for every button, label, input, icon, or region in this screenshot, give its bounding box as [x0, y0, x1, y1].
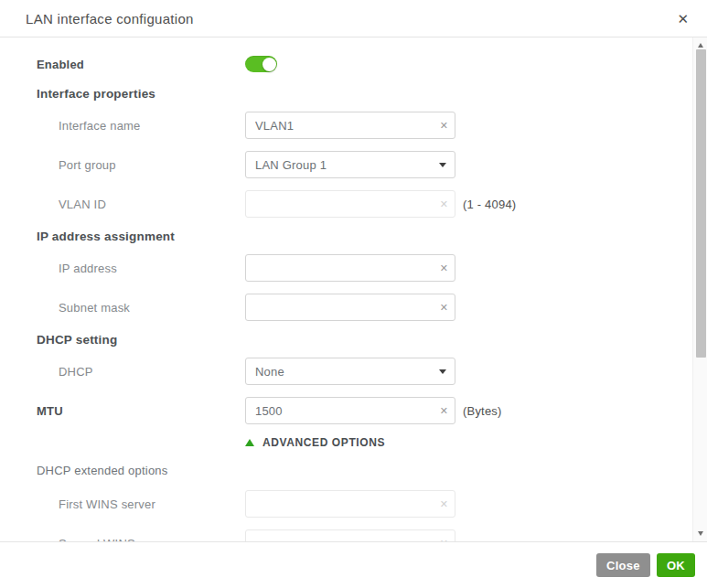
enabled-toggle[interactable] — [245, 56, 277, 72]
subnet-mask-field-wrap: ✕ — [245, 294, 455, 321]
clear-icon[interactable]: ✕ — [440, 406, 448, 416]
ip-address-input[interactable] — [245, 254, 455, 282]
clear-icon[interactable]: ✕ — [440, 499, 448, 509]
first-wins-server-label: First WINS server — [37, 497, 245, 511]
scrollbar[interactable] — [692, 37, 707, 541]
port-group-select[interactable]: LAN Group 1 — [245, 151, 455, 178]
interface-name-input[interactable] — [245, 112, 455, 139]
ip-address-label: IP address — [37, 262, 245, 275]
vlan-id-hint: (1 - 4094) — [463, 198, 516, 211]
clear-icon[interactable]: ✕ — [440, 303, 448, 313]
advanced-options-toggle[interactable]: ADVANCED OPTIONS — [245, 436, 652, 449]
first-wins-server-input[interactable] — [245, 490, 455, 518]
arrow-up-icon — [698, 43, 703, 48]
chevron-down-icon — [439, 163, 446, 167]
dialog-title: LAN interface configuation — [26, 11, 671, 27]
scroll-down-button[interactable] — [693, 528, 707, 540]
dhcp-label: DHCP — [37, 365, 245, 379]
enabled-label: Enabled — [37, 58, 245, 71]
clear-icon[interactable]: ✕ — [440, 199, 448, 209]
mtu-hint: (Bytes) — [463, 404, 502, 418]
section-dhcp-setting: DHCP setting — [37, 333, 652, 347]
arrow-down-icon — [698, 531, 703, 536]
row-interface-name: Interface name✕ — [37, 112, 652, 139]
row-enabled: Enabled — [37, 50, 652, 78]
port-group-label: Port group — [37, 158, 245, 172]
row-subnet-mask: Subnet mask✕ — [37, 294, 652, 321]
row-mtu: MTU✕(Bytes) — [37, 397, 652, 424]
vlan-id-input[interactable] — [245, 190, 455, 218]
clear-icon[interactable]: ✕ — [440, 539, 448, 542]
row-port-group: Port groupLAN Group 1 — [37, 151, 652, 178]
dhcp-value: None — [255, 365, 284, 379]
clear-icon[interactable]: ✕ — [440, 263, 448, 273]
row-second-wins-server: Second WINS server✕ — [37, 529, 652, 541]
close-icon[interactable]: ✕ — [671, 8, 694, 29]
interface-name-field-wrap: ✕ — [245, 112, 455, 139]
interface-name-label: Interface name — [37, 119, 245, 133]
form-rows: EnabledInterface propertiesInterface nam… — [0, 37, 707, 541]
dialog-header: LAN interface configuation ✕ — [0, 0, 707, 37]
triangle-up-icon — [245, 439, 254, 446]
label-dhcp-extended-options: DHCP extended options — [37, 464, 652, 477]
row-vlan-id: VLAN ID✕(1 - 4094) — [37, 190, 652, 218]
second-wins-server-label: Second WINS server — [37, 537, 245, 542]
ok-button[interactable]: OK — [657, 553, 695, 577]
row-ip-address: IP address✕ — [37, 254, 652, 282]
subnet-mask-label: Subnet mask — [37, 301, 245, 315]
clear-icon[interactable]: ✕ — [440, 121, 448, 131]
dialog-footer: Close OK — [0, 541, 707, 588]
mtu-input[interactable] — [245, 397, 455, 424]
port-group-value: LAN Group 1 — [255, 158, 327, 172]
toggle-knob — [262, 58, 276, 71]
section-interface-properties: Interface properties — [37, 87, 652, 101]
row-dhcp: DHCPNone — [37, 358, 652, 385]
section-ip-address-assignment: IP address assignment — [37, 230, 652, 243]
second-wins-server-field-wrap: ✕ — [245, 529, 455, 541]
second-wins-server-input[interactable] — [245, 529, 455, 541]
scroll-thumb[interactable] — [696, 49, 706, 358]
first-wins-server-field-wrap: ✕ — [245, 490, 455, 518]
vlan-id-field-wrap: ✕ — [245, 190, 455, 218]
dhcp-select[interactable]: None — [245, 358, 455, 385]
advanced-options-label: ADVANCED OPTIONS — [262, 436, 385, 449]
close-button[interactable]: Close — [596, 553, 650, 577]
chevron-down-icon — [439, 369, 446, 374]
mtu-field-wrap: ✕ — [245, 397, 455, 424]
mtu-label: MTU — [37, 404, 245, 418]
lan-interface-configuration-dialog: LAN interface configuation ✕ EnabledInte… — [0, 0, 707, 588]
vlan-id-label: VLAN ID — [37, 198, 245, 211]
ip-address-field-wrap: ✕ — [245, 254, 455, 282]
row-first-wins-server: First WINS server✕ — [37, 490, 652, 518]
subnet-mask-input[interactable] — [245, 294, 455, 321]
dialog-body: EnabledInterface propertiesInterface nam… — [0, 37, 707, 541]
